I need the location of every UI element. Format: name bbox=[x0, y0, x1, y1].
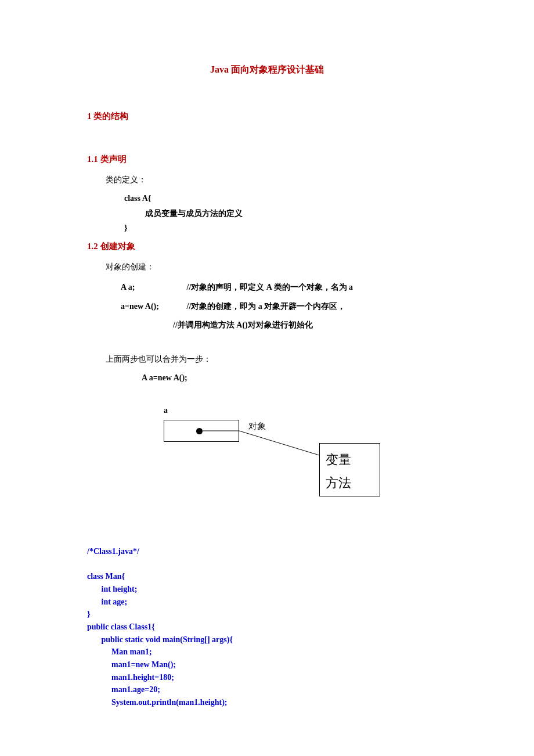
code-l4: int age; bbox=[87, 597, 127, 606]
code-l12: System.out.println(man1.height); bbox=[87, 698, 228, 707]
diagram-label-method: 方法 bbox=[326, 471, 374, 495]
para-merge: 上面两步也可以合并为一步： bbox=[106, 353, 447, 366]
code-l10: man1.height=180; bbox=[87, 673, 174, 682]
diagram-arrow-svg bbox=[87, 405, 447, 521]
section-1: 1 类的结构 bbox=[87, 111, 447, 122]
code-l6: public class Class1{ bbox=[87, 622, 155, 631]
section-1-2: 1.2 创建对象 bbox=[87, 241, 447, 252]
code-l8: Man man1; bbox=[87, 647, 152, 656]
code-l3: int height; bbox=[87, 585, 137, 593]
page-title: Java 面向对象程序设计基础 bbox=[87, 64, 447, 76]
document-page: Java 面向对象程序设计基础 1 类的结构 1.1 类声明 类的定义： cla… bbox=[0, 0, 534, 756]
diagram-box-object: 变量 方法 bbox=[319, 443, 380, 496]
section-1-1: 1.1 类声明 bbox=[87, 154, 447, 165]
obj-l2-code: a=new A(); bbox=[121, 297, 185, 316]
obj-line-1: A a; //对象的声明，即定义 A 类的一个对象，名为 a bbox=[121, 278, 447, 297]
def-line-2: 成员变量与成员方法的定义 bbox=[124, 206, 447, 221]
code-l1: /*Class1.java*/ bbox=[87, 547, 139, 556]
merge-code: A a=new A(); bbox=[142, 370, 447, 386]
diagram: a 对象 变量 方法 bbox=[87, 405, 447, 509]
diagram-line-2 bbox=[239, 431, 319, 455]
def-line-1: class A{ bbox=[124, 191, 447, 206]
obj-l1-comment: //对象的声明，即定义 A 类的一个对象，名为 a bbox=[187, 283, 353, 291]
code-l2: class Man{ bbox=[87, 572, 125, 581]
obj-line-2: a=new A(); //对象的创建，即为 a 对象开辟一个内存区， bbox=[121, 297, 447, 316]
def-line-3: } bbox=[124, 221, 447, 235]
diagram-label-obj: 对象 bbox=[248, 421, 266, 432]
obj-l2-comment: //对象的创建，即为 a 对象开辟一个内存区， bbox=[187, 302, 346, 311]
code-l9: man1=new Man(); bbox=[87, 660, 176, 669]
para-obj-create: 对象的创建： bbox=[106, 261, 447, 273]
code-block: /*Class1.java*/ class Man{ int height; i… bbox=[87, 545, 447, 709]
para-class-def: 类的定义： bbox=[106, 174, 447, 186]
code-l11: man1.age=20; bbox=[87, 685, 160, 694]
code-l7: public static void main(String[] args){ bbox=[87, 635, 233, 644]
code-l5: } bbox=[87, 610, 91, 618]
obj-line-3: //并调用构造方法 A()对对象进行初始化 bbox=[173, 316, 447, 334]
diagram-label-var: 变量 bbox=[326, 448, 374, 471]
obj-l1-code: A a; bbox=[121, 278, 185, 297]
